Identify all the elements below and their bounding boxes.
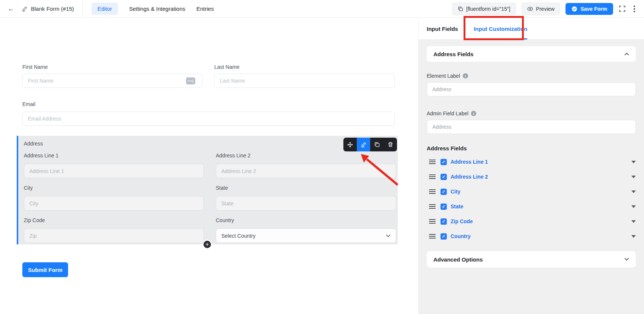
form-editor-canvas: First Name •••| Last Name Email Address xyxy=(0,18,418,314)
eye-icon xyxy=(527,6,533,12)
tab-input-fields[interactable]: Input Fields xyxy=(427,18,458,39)
first-name-label: First Name xyxy=(22,64,48,70)
sidebar-tabs: Input Fields Input Customization xyxy=(419,18,644,40)
top-bar: ← Blank Form (#15) Editor Settings & Int… xyxy=(0,0,644,18)
chevron-down-icon xyxy=(386,234,391,237)
element-label-row: Element Label i xyxy=(427,73,636,79)
caret-down-icon[interactable] xyxy=(631,205,636,208)
checkbox-checked[interactable]: ✓ xyxy=(440,174,447,180)
save-form-button[interactable]: Save Form xyxy=(565,3,613,15)
caret-down-icon[interactable] xyxy=(631,190,636,193)
last-name-label: Last Name xyxy=(214,64,240,70)
state-label: State xyxy=(216,185,228,191)
drag-handle-icon[interactable] xyxy=(429,174,436,179)
email-input[interactable] xyxy=(22,112,395,126)
submit-form-button[interactable]: Submit Form xyxy=(22,262,68,277)
header-tabs: Editor Settings & Integrations Entries xyxy=(92,3,214,15)
caret-down-icon[interactable] xyxy=(631,176,636,178)
tab-input-customization[interactable]: Input Customization xyxy=(474,18,527,39)
last-name-input[interactable] xyxy=(214,74,395,88)
drag-handle-icon[interactable] xyxy=(429,160,436,164)
tab-settings-integrations[interactable]: Settings & Integrations xyxy=(129,3,185,15)
checkbox-checked[interactable]: ✓ xyxy=(440,218,447,225)
field-link[interactable]: City xyxy=(451,189,460,195)
caret-down-icon[interactable] xyxy=(631,220,636,223)
preview-label: Preview xyxy=(536,6,555,12)
address-field-group[interactable]: Address xyxy=(17,136,398,244)
back-arrow-icon[interactable]: ← xyxy=(7,5,15,12)
delete-element-button[interactable] xyxy=(384,138,397,151)
save-form-label: Save Form xyxy=(580,6,607,12)
preview-button[interactable]: Preview xyxy=(522,3,560,15)
duplicate-element-button[interactable] xyxy=(370,138,384,151)
page-title: Blank Form (#15) xyxy=(31,6,74,12)
field-link[interactable]: Zip Code xyxy=(451,218,473,224)
shortcode-button[interactable]: [fluentform id="15"] xyxy=(452,3,516,15)
zip-input[interactable] xyxy=(24,228,204,243)
state-input[interactable] xyxy=(216,196,396,211)
admin-field-label-row: Admin Field Label i xyxy=(427,110,636,116)
drag-handle-icon[interactable] xyxy=(429,219,436,224)
field-row-city: ✓ City xyxy=(427,184,636,199)
field-row-state: ✓ State xyxy=(427,199,636,214)
edit-element-button[interactable] xyxy=(357,138,370,151)
divider xyxy=(82,0,83,18)
city-input[interactable] xyxy=(24,196,204,211)
drag-handle-icon[interactable] xyxy=(429,234,436,238)
field-row-address-line-2: ✓ Address Line 2 xyxy=(427,169,636,184)
header-actions: [fluentform id="15"] Preview Save Form xyxy=(452,3,637,15)
tab-entries[interactable]: Entries xyxy=(196,3,214,15)
info-icon[interactable]: i xyxy=(463,73,468,78)
move-icon xyxy=(347,142,353,148)
sidebar-body: Address Fields Element Label i Admin Fie… xyxy=(419,40,644,314)
duplicate-icon xyxy=(374,142,380,147)
drag-handle-icon[interactable] xyxy=(429,189,436,194)
address-group-label: Address xyxy=(24,141,43,147)
checkbox-checked[interactable]: ✓ xyxy=(440,159,447,165)
city-label: City xyxy=(24,185,33,191)
drag-handle-icon[interactable] xyxy=(429,204,436,209)
shortcode-text: [fluentform id="15"] xyxy=(466,6,510,12)
fullscreen-icon[interactable] xyxy=(619,5,626,12)
address-line2-input[interactable] xyxy=(216,164,396,178)
admin-field-label-input[interactable] xyxy=(427,120,636,134)
checkbox-checked[interactable]: ✓ xyxy=(440,204,447,210)
field-link[interactable]: Country xyxy=(451,233,471,239)
first-name-input[interactable] xyxy=(22,74,202,88)
country-label: Country xyxy=(216,217,234,223)
move-element-button[interactable] xyxy=(343,138,357,151)
address-line1-label: Address Line 1 xyxy=(24,153,58,158)
advanced-options-accordion[interactable]: Advanced Options xyxy=(427,251,636,267)
address-fields-accordion[interactable]: Address Fields xyxy=(427,46,636,62)
caret-down-icon[interactable] xyxy=(631,161,636,163)
copy-icon xyxy=(458,6,463,12)
address-line1-input[interactable] xyxy=(24,164,204,178)
caret-down-icon[interactable] xyxy=(631,235,636,238)
trash-icon xyxy=(388,142,393,147)
check-circle-icon xyxy=(571,6,577,12)
element-label-input[interactable] xyxy=(427,82,636,96)
field-row-zip-code: ✓ Zip Code xyxy=(427,214,636,229)
country-select[interactable]: Select Country xyxy=(216,228,396,243)
info-icon[interactable]: i xyxy=(471,111,476,116)
add-field-button[interactable]: + xyxy=(202,240,212,249)
edit-pencil-icon[interactable] xyxy=(22,6,28,12)
field-link[interactable]: Address Line 2 xyxy=(451,174,488,180)
pencil-icon xyxy=(361,142,366,147)
settings-sidebar: Input Fields Input Customization Address… xyxy=(418,18,644,314)
address-line2-label: Address Line 2 xyxy=(216,153,250,158)
form-title-wrap: Blank Form (#15) xyxy=(22,6,74,12)
checkbox-checked[interactable]: ✓ xyxy=(440,189,447,195)
field-link[interactable]: Address Line 1 xyxy=(451,159,488,165)
tab-editor[interactable]: Editor xyxy=(92,3,118,15)
zip-code-label: Zip Code xyxy=(24,217,45,223)
input-cursor-icon: •••| xyxy=(186,77,195,84)
element-label-text: Element Label xyxy=(427,73,460,79)
field-row-address-line-1: ✓ Address Line 1 xyxy=(427,154,636,169)
field-link[interactable]: State xyxy=(451,204,463,209)
more-options-icon[interactable] xyxy=(631,4,637,14)
address-fields-accordion-title: Address Fields xyxy=(433,51,474,57)
checkbox-checked[interactable]: ✓ xyxy=(440,233,447,240)
element-toolbar xyxy=(343,138,397,151)
chevron-up-icon xyxy=(624,52,629,55)
